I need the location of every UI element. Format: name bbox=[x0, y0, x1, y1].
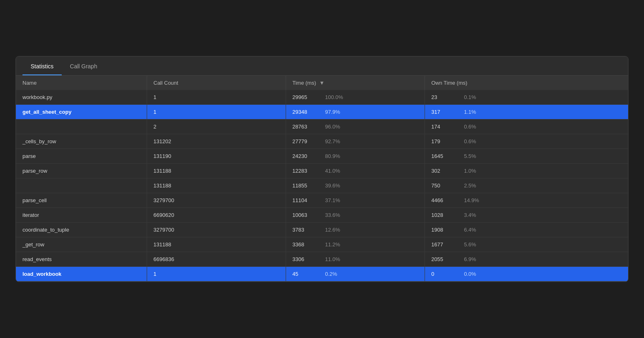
cell-call-count: 6696836 bbox=[147, 252, 286, 267]
cell-name: get_all_sheet_copy bbox=[16, 105, 147, 119]
table-row[interactable]: 131188 11855 39.6% 750 2.5% bbox=[16, 178, 628, 193]
cell-call-count: 2 bbox=[147, 119, 286, 134]
table-container: Name Call Count Time (ms) ▼ Own Time (ms… bbox=[16, 76, 628, 282]
cell-own-time: 1677 5.6% bbox=[425, 237, 628, 252]
cell-time-pct: 33.6% bbox=[325, 212, 340, 218]
cell-call-count: 1 bbox=[147, 267, 286, 282]
table-row[interactable]: 2 28763 96.0% 174 0.6% bbox=[16, 119, 628, 134]
table-row[interactable]: iterator 6690620 10063 33.6% 1028 3.4% bbox=[16, 208, 628, 223]
cell-call-count: 131202 bbox=[147, 134, 286, 149]
cell-name: workbook.py bbox=[16, 90, 147, 105]
cell-own-time-value: 174 bbox=[432, 124, 456, 130]
cell-time-value: 3368 bbox=[293, 241, 317, 248]
cell-time-value: 3306 bbox=[293, 256, 317, 262]
cell-time-value: 29965 bbox=[293, 94, 317, 100]
col-header-own-time[interactable]: Own Time (ms) bbox=[425, 76, 628, 90]
table-row[interactable]: workbook.py 1 29965 100.0% 23 0.1% bbox=[16, 90, 628, 105]
cell-time-pct: 97.9% bbox=[325, 109, 340, 115]
cell-time: 12283 41.0% bbox=[286, 164, 425, 178]
cell-own-time-pct: 6.9% bbox=[464, 256, 476, 262]
table-row[interactable]: _cells_by_row 131202 27779 92.7% 179 0.6… bbox=[16, 134, 628, 149]
cell-own-time-pct: 0.6% bbox=[464, 124, 476, 130]
cell-time-value: 27779 bbox=[293, 138, 317, 144]
cell-own-time-pct: 1.0% bbox=[464, 168, 476, 174]
cell-own-time-pct: 6.4% bbox=[464, 227, 476, 233]
table-row[interactable]: coordinate_to_tuple 3279700 3783 12.6% 1… bbox=[16, 223, 628, 237]
table-row[interactable]: read_events 6696836 3306 11.0% 2055 6.9% bbox=[16, 252, 628, 267]
cell-own-time-value: 1028 bbox=[432, 212, 456, 218]
sort-desc-icon: ▼ bbox=[319, 80, 324, 86]
cell-name: parse bbox=[16, 149, 147, 164]
cell-call-count: 131188 bbox=[147, 237, 286, 252]
cell-name: read_events bbox=[16, 252, 147, 267]
cell-call-count: 1 bbox=[147, 90, 286, 105]
cell-own-time: 317 1.1% bbox=[425, 105, 628, 119]
cell-call-count: 1 bbox=[147, 105, 286, 119]
cell-time-pct: 12.6% bbox=[325, 227, 340, 233]
cell-time: 45 0.2% bbox=[286, 267, 425, 282]
col-header-time[interactable]: Time (ms) ▼ bbox=[286, 76, 425, 90]
cell-own-time: 179 0.6% bbox=[425, 134, 628, 149]
cell-time-pct: 41.0% bbox=[325, 168, 340, 174]
cell-own-time-value: 4466 bbox=[432, 197, 456, 203]
table-row[interactable]: load_workbook 1 45 0.2% 0 0.0% bbox=[16, 267, 628, 282]
cell-time: 29348 97.9% bbox=[286, 105, 425, 119]
cell-own-time-pct: 3.4% bbox=[464, 212, 476, 218]
cell-time-pct: 37.1% bbox=[325, 197, 340, 203]
table-row[interactable]: parse_cell 3279700 11104 37.1% 4466 14.9… bbox=[16, 193, 628, 208]
table-row[interactable]: get_all_sheet_copy 1 29348 97.9% 317 1.1… bbox=[16, 105, 628, 119]
cell-own-time: 0 0.0% bbox=[425, 267, 628, 282]
cell-time-pct: 92.7% bbox=[325, 138, 340, 144]
cell-own-time: 2055 6.9% bbox=[425, 252, 628, 267]
cell-time: 27779 92.7% bbox=[286, 134, 425, 149]
cell-time: 10063 33.6% bbox=[286, 208, 425, 223]
cell-name: coordinate_to_tuple bbox=[16, 223, 147, 237]
cell-name bbox=[16, 178, 147, 193]
table-row[interactable]: _get_row 131188 3368 11.2% 1677 5.6% bbox=[16, 237, 628, 252]
cell-call-count: 131190 bbox=[147, 149, 286, 164]
tab-call-graph[interactable]: Call Graph bbox=[62, 56, 105, 75]
cell-time-value: 12283 bbox=[293, 168, 317, 174]
cell-call-count: 131188 bbox=[147, 164, 286, 178]
cell-name: _get_row bbox=[16, 237, 147, 252]
cell-time-pct: 0.2% bbox=[325, 271, 338, 277]
cell-time-value: 29348 bbox=[293, 109, 317, 115]
cell-time: 24230 80.9% bbox=[286, 149, 425, 164]
cell-name: load_workbook bbox=[16, 267, 147, 282]
cell-time-value: 11104 bbox=[293, 197, 317, 203]
cell-own-time: 4466 14.9% bbox=[425, 193, 628, 208]
cell-time-value: 11855 bbox=[293, 183, 317, 189]
table-row[interactable]: parse 131190 24230 80.9% 1645 5.5% bbox=[16, 149, 628, 164]
cell-own-time-pct: 2.5% bbox=[464, 183, 476, 189]
cell-own-time: 174 0.6% bbox=[425, 119, 628, 134]
cell-own-time-value: 23 bbox=[432, 94, 456, 100]
tab-statistics[interactable]: Statistics bbox=[22, 56, 62, 75]
cell-time-pct: 80.9% bbox=[325, 153, 340, 159]
col-header-name[interactable]: Name bbox=[16, 76, 147, 90]
cell-own-time-value: 1908 bbox=[432, 227, 456, 233]
cell-own-time-value: 0 bbox=[432, 271, 456, 277]
cell-own-time-value: 1677 bbox=[432, 241, 456, 248]
cell-time: 11104 37.1% bbox=[286, 193, 425, 208]
cell-own-time-value: 179 bbox=[432, 138, 456, 144]
cell-own-time: 1028 3.4% bbox=[425, 208, 628, 223]
table-row[interactable]: parse_row 131188 12283 41.0% 302 1.0% bbox=[16, 164, 628, 178]
table-header-row: Name Call Count Time (ms) ▼ Own Time (ms… bbox=[16, 76, 628, 90]
cell-call-count: 6690620 bbox=[147, 208, 286, 223]
cell-time-value: 24230 bbox=[293, 153, 317, 159]
cell-time: 29965 100.0% bbox=[286, 90, 425, 105]
cell-call-count: 131188 bbox=[147, 178, 286, 193]
cell-own-time-pct: 0.6% bbox=[464, 138, 476, 144]
cell-time-value: 45 bbox=[293, 271, 317, 277]
cell-name: parse_row bbox=[16, 164, 147, 178]
cell-own-time: 1908 6.4% bbox=[425, 223, 628, 237]
cell-call-count: 3279700 bbox=[147, 193, 286, 208]
cell-own-time-pct: 5.5% bbox=[464, 153, 476, 159]
cell-name bbox=[16, 119, 147, 134]
cell-time-value: 10063 bbox=[293, 212, 317, 218]
cell-own-time-value: 750 bbox=[432, 183, 456, 189]
col-header-call-count[interactable]: Call Count bbox=[147, 76, 286, 90]
cell-own-time: 1645 5.5% bbox=[425, 149, 628, 164]
cell-time-pct: 96.0% bbox=[325, 124, 340, 130]
cell-time: 28763 96.0% bbox=[286, 119, 425, 134]
